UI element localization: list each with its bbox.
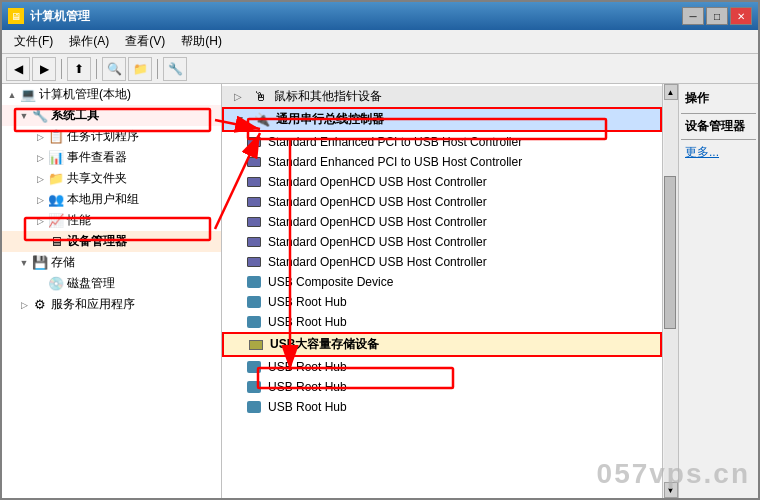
device-name-6: Standard OpenHCD USB Host Controller xyxy=(268,255,487,269)
device-name-4: Standard OpenHCD USB Host Controller xyxy=(268,215,487,229)
expand-arrow-usb: ▼ xyxy=(232,112,248,128)
tree-arrow-storage: ▼ xyxy=(18,257,30,269)
device-item-7[interactable]: USB Composite Device xyxy=(222,272,662,292)
device-item-1[interactable]: Standard Enhanced PCI to USB Host Contro… xyxy=(222,152,662,172)
header-usb[interactable]: ▼ 🔌 通用串行总线控制器 xyxy=(222,107,662,132)
action-device-manager[interactable]: 设备管理器 xyxy=(681,116,756,137)
event-icon: 📊 xyxy=(48,150,64,166)
usb-category-label: 通用串行总线控制器 xyxy=(276,111,384,128)
tree-arrow-disk xyxy=(34,278,46,290)
pci-icon-0 xyxy=(246,134,262,150)
usb-hub-icon-8 xyxy=(246,294,262,310)
menu-action[interactable]: 操作(A) xyxy=(61,31,117,52)
tree-users-label: 本地用户和组 xyxy=(67,191,139,208)
left-panel: ▲ 💻 计算机管理(本地) ▼ 🔧 系统工具 ▷ 📋 任务计划程序 xyxy=(2,84,222,498)
title-bar: 🖥 计算机管理 ─ □ ✕ xyxy=(2,2,758,30)
users-icon: 👥 xyxy=(48,192,64,208)
tree-arrow-perf: ▷ xyxy=(34,215,46,227)
device-item-0[interactable]: Standard Enhanced PCI to USB Host Contro… xyxy=(222,132,662,152)
device-item-2[interactable]: Standard OpenHCD USB Host Controller xyxy=(222,172,662,192)
actions-divider2 xyxy=(681,139,756,140)
tree-arrow-task: ▷ xyxy=(34,131,46,143)
device-item-5[interactable]: Standard OpenHCD USB Host Controller xyxy=(222,232,662,252)
minimize-button[interactable]: ─ xyxy=(682,7,704,25)
toolbar-search[interactable]: 🔍 xyxy=(102,57,126,81)
device-name-9: USB Root Hub xyxy=(268,315,347,329)
toolbar-properties[interactable]: 🔧 xyxy=(163,57,187,81)
menu-view[interactable]: 查看(V) xyxy=(117,31,173,52)
tree-shared-folders[interactable]: ▷ 📁 共享文件夹 xyxy=(2,168,221,189)
toolbar-up[interactable]: ⬆ xyxy=(67,57,91,81)
mouse-category-label: 鼠标和其他指针设备 xyxy=(274,88,382,105)
device-item-8[interactable]: USB Root Hub xyxy=(222,292,662,312)
device-name-1: Standard Enhanced PCI to USB Host Contro… xyxy=(268,155,522,169)
storage-folder-icon: 💾 xyxy=(32,255,48,271)
device-item-10[interactable]: USB大容量存储设备 xyxy=(222,332,662,357)
device-item-6[interactable]: Standard OpenHCD USB Host Controller xyxy=(222,252,662,272)
device-name-13: USB Root Hub xyxy=(268,400,347,414)
tree-device-manager[interactable]: 🖥 设备管理器 xyxy=(2,231,221,252)
device-name-10: USB大容量存储设备 xyxy=(270,336,379,353)
device-name-2: Standard OpenHCD USB Host Controller xyxy=(268,175,487,189)
tree-root-label: 计算机管理(本地) xyxy=(39,86,131,103)
tree-root[interactable]: ▲ 💻 计算机管理(本地) xyxy=(2,84,221,105)
services-icon: ⚙ xyxy=(32,297,48,313)
storage-device-icon xyxy=(248,337,264,353)
tree-system-tools[interactable]: ▼ 🔧 系统工具 xyxy=(2,105,221,126)
header-mouse[interactable]: ▷ 🖱 鼠标和其他指针设备 xyxy=(222,86,662,107)
device-name-7: USB Composite Device xyxy=(268,275,393,289)
device-name-11: USB Root Hub xyxy=(268,360,347,374)
disk-icon: 💿 xyxy=(48,276,64,292)
pci-icon-4 xyxy=(246,214,262,230)
maximize-button[interactable]: □ xyxy=(706,7,728,25)
right-scrollbar[interactable]: ▲ ▼ xyxy=(662,84,678,498)
tree-arrow-event: ▷ xyxy=(34,152,46,164)
tree-event-viewer[interactable]: ▷ 📊 事件查看器 xyxy=(2,147,221,168)
toolbar-forward[interactable]: ▶ xyxy=(32,57,56,81)
device-item-12[interactable]: USB Root Hub xyxy=(222,377,662,397)
expand-arrow-mouse: ▷ xyxy=(230,89,246,105)
toolbar-folders[interactable]: 📁 xyxy=(128,57,152,81)
tree-storage-label: 存储 xyxy=(51,254,75,271)
scroll-thumb[interactable] xyxy=(664,176,676,329)
main-content: ▲ 💻 计算机管理(本地) ▼ 🔧 系统工具 ▷ 📋 任务计划程序 xyxy=(2,84,758,498)
tree-local-users[interactable]: ▷ 👥 本地用户和组 xyxy=(2,189,221,210)
device-item-11[interactable]: USB Root Hub xyxy=(222,357,662,377)
action-more[interactable]: 更多... xyxy=(681,142,756,163)
device-name-12: USB Root Hub xyxy=(268,380,347,394)
mouse-category-icon: 🖱 xyxy=(252,89,268,105)
device-item-4[interactable]: Standard OpenHCD USB Host Controller xyxy=(222,212,662,232)
actions-title: 操作 xyxy=(681,88,756,109)
toolbar-sep3 xyxy=(157,59,158,79)
toolbar-sep1 xyxy=(61,59,62,79)
watermark: 057vps.cn xyxy=(597,458,750,490)
right-panel: ▷ 🖱 鼠标和其他指针设备 ▼ 🔌 通用串行总线控制器 Standard Enh… xyxy=(222,84,758,498)
device-name-3: Standard OpenHCD USB Host Controller xyxy=(268,195,487,209)
tree-storage[interactable]: ▼ 💾 存储 xyxy=(2,252,221,273)
tree-task-scheduler[interactable]: ▷ 📋 任务计划程序 xyxy=(2,126,221,147)
tree-system-label: 系统工具 xyxy=(51,107,99,124)
system-tools-icon: 🔧 xyxy=(32,108,48,124)
device-item-13[interactable]: USB Root Hub xyxy=(222,397,662,417)
tree-arrow-shared: ▷ xyxy=(34,173,46,185)
window-icon: 🖥 xyxy=(8,8,24,24)
tree-services[interactable]: ▷ ⚙ 服务和应用程序 xyxy=(2,294,221,315)
window-title: 计算机管理 xyxy=(30,8,90,25)
usb-composite-icon xyxy=(246,274,262,290)
tree-performance[interactable]: ▷ 📈 性能 xyxy=(2,210,221,231)
tree-disk-mgmt[interactable]: 💿 磁盘管理 xyxy=(2,273,221,294)
scroll-up-btn[interactable]: ▲ xyxy=(664,84,678,100)
device-name-8: USB Root Hub xyxy=(268,295,347,309)
tree-disk-label: 磁盘管理 xyxy=(67,275,115,292)
usb-category-icon: 🔌 xyxy=(254,112,270,128)
toolbar-sep2 xyxy=(96,59,97,79)
menu-help[interactable]: 帮助(H) xyxy=(173,31,230,52)
device-name-0: Standard Enhanced PCI to USB Host Contro… xyxy=(268,135,522,149)
toolbar-back[interactable]: ◀ xyxy=(6,57,30,81)
tree-event-label: 事件查看器 xyxy=(67,149,127,166)
tree-perf-label: 性能 xyxy=(67,212,91,229)
device-item-3[interactable]: Standard OpenHCD USB Host Controller xyxy=(222,192,662,212)
device-item-9[interactable]: USB Root Hub xyxy=(222,312,662,332)
menu-file[interactable]: 文件(F) xyxy=(6,31,61,52)
close-button[interactable]: ✕ xyxy=(730,7,752,25)
